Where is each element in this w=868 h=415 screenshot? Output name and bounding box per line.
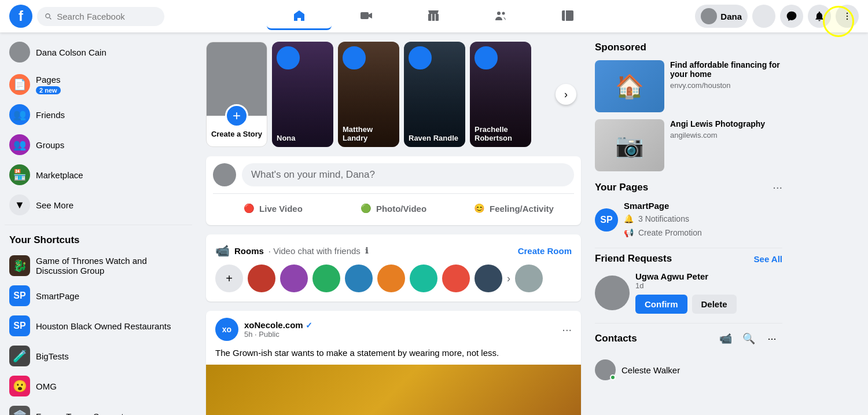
post-input-row: What's on your mind, Dana? (213, 163, 574, 186)
contact-celeste[interactable]: Celeste Walker (595, 356, 782, 384)
sidebar-item-pages[interactable]: 📄 Pages 2 new (5, 69, 192, 100)
notifications-item[interactable]: 🔔 3 Notifications (624, 213, 689, 225)
story-2-avatar (343, 46, 366, 69)
shortcut-omg-thumb: 😮 (9, 376, 30, 396)
online-indicator (610, 374, 616, 380)
ad-1[interactable]: 🏠 Find affordable financing for your hom… (595, 60, 782, 112)
news-card: xo xoNecole.com ✓ 5h · Public ··· The Gr… (206, 311, 581, 415)
friend-avatar (595, 276, 630, 310)
create-btn[interactable] (752, 5, 775, 28)
your-pages-more[interactable]: ··· (773, 181, 782, 194)
rooms-info-icon[interactable]: ℹ (365, 246, 368, 255)
svg-rect-2 (428, 14, 439, 21)
story-2[interactable]: Matthew Landry (338, 42, 399, 147)
search-box[interactable] (37, 7, 164, 26)
notifications-btn[interactable] (808, 5, 831, 28)
stories-next-btn[interactable]: › (556, 84, 576, 105)
rooms-card: 📹 Rooms · Video chat with friends ℹ Crea… (206, 234, 581, 302)
friend-request-ugwa: Ugwa Agwu Peter 1d Confirm Delete (595, 271, 782, 314)
story-3[interactable]: Raven Randle (404, 42, 465, 147)
shortcut-omg[interactable]: 😮 OMG (5, 371, 192, 401)
room-person-6 (410, 265, 437, 292)
menu-btn[interactable] (836, 5, 859, 28)
sidebar-item-marketplace[interactable]: 🏪 Marketplace (5, 160, 192, 190)
rooms-title-text: Rooms (234, 246, 264, 256)
smartpage-info: SmartPage 🔔 3 Notifications 📢 Create Pro… (624, 201, 782, 238)
sidebar-item-friends[interactable]: 👥 Friends (5, 100, 192, 130)
marketplace-icon: 🏪 (9, 164, 30, 185)
post-input[interactable]: What's on your mind, Dana? (242, 163, 574, 186)
contacts-header: Contacts 📹 🔍 ··· (595, 328, 782, 349)
user-profile-btn[interactable]: Dana (695, 5, 748, 28)
your-pages-section: Your Pages ··· SP SmartPage 🔔 3 Notifica… (595, 181, 782, 238)
sidebar-pages-info: Pages 2 new (36, 75, 61, 95)
shortcut-houston[interactable]: SP Houston Black Owned Restaurants (5, 311, 192, 341)
main-layout: Dana Colson Cain 📄 Pages 2 new 👥 Friends… (0, 0, 868, 415)
nav-groups[interactable] (468, 2, 533, 30)
nav-pages[interactable] (535, 2, 600, 30)
create-promotion-item[interactable]: 📢 Create Promotion (624, 227, 702, 238)
ad-2[interactable]: 📷 Angi Lewis Photography angilewis.com (595, 119, 782, 171)
story-4-bg: Prachelle Robertson (470, 42, 531, 147)
confirm-btn[interactable]: Confirm (635, 295, 687, 314)
groups-icon: 👥 (9, 134, 30, 155)
sidebar-divider (5, 225, 192, 225)
video-call-icon[interactable]: 📹 (715, 328, 736, 349)
contacts-more-icon[interactable]: ··· (762, 328, 782, 349)
user-avatar (701, 8, 717, 24)
sidebar-pages-label: Pages (36, 75, 61, 85)
svg-rect-0 (361, 12, 369, 19)
friend-requests-header: Friend Requests See All (595, 253, 782, 265)
news-time: 5h · Public (244, 330, 556, 339)
delete-btn[interactable]: Delete (692, 295, 737, 314)
story-4-avatar (475, 46, 498, 69)
see-all-link[interactable]: See All (754, 254, 782, 264)
notifications-count: 3 Notifications (638, 214, 689, 223)
rooms-nav-btn[interactable]: › (507, 273, 510, 285)
sidebar-user-profile[interactable]: Dana Colson Cain (5, 37, 192, 67)
messenger-btn[interactable] (780, 5, 803, 28)
shortcut-bigtests[interactable]: 🧪 BigTests (5, 341, 192, 371)
live-video-icon: 🔴 (244, 203, 255, 214)
svg-point-6 (502, 12, 505, 14)
shortcut-omg-label: OMG (36, 381, 57, 391)
pages-icon: 📄 (9, 74, 30, 95)
nav-marketplace[interactable] (401, 2, 466, 30)
shortcut-smartpage[interactable]: SP SmartPage (5, 281, 192, 311)
story-3-name: Raven Randle (409, 134, 461, 142)
ad-1-url: envy.com/houston (670, 81, 782, 90)
room-person-2 (280, 265, 308, 292)
shortcut-former-trump[interactable]: 🏛️ Former Trump Supporters (5, 401, 192, 415)
search-input[interactable] (57, 12, 157, 21)
sidebar-see-more[interactable]: ▼ See More (5, 190, 192, 220)
left-sidebar: Dana Colson Cain 📄 Pages 2 new 👥 Friends… (0, 32, 197, 415)
sponsored-title: Sponsored (595, 42, 782, 53)
facebook-logo[interactable]: f (9, 5, 32, 28)
contacts-action-icons: 📹 🔍 ··· (715, 328, 782, 349)
sidebar-user-avatar (9, 42, 30, 63)
sidebar-groups-label: Groups (36, 140, 64, 150)
search-contacts-icon[interactable]: 🔍 (738, 328, 759, 349)
shortcut-bigtests-thumb: 🧪 (9, 346, 30, 366)
room-person-7 (442, 265, 470, 292)
create-story-card[interactable]: + Create a Story (206, 42, 267, 147)
add-room-btn[interactable]: + (215, 265, 243, 292)
story-1[interactable]: Nona (272, 42, 333, 147)
friends-icon: 👥 (9, 104, 30, 125)
shortcut-got[interactable]: 🐉 Game of Thrones Watch and Discussion G… (5, 251, 192, 281)
your-pages-header: Your Pages ··· (595, 181, 782, 194)
create-room-btn[interactable]: Create Room (518, 246, 572, 256)
photo-video-btn[interactable]: 🟢 Photo/Video (333, 199, 454, 218)
live-video-btn[interactable]: 🔴 Live Video (213, 199, 333, 218)
nav-home[interactable] (267, 2, 332, 30)
sidebar-item-groups[interactable]: 👥 Groups (5, 130, 192, 160)
news-more-options[interactable]: ··· (562, 323, 572, 336)
ad-2-thumbnail: 📷 (595, 119, 664, 171)
shortcuts-title: Your Shortcuts (5, 230, 192, 251)
right-divider-2 (595, 323, 782, 324)
right-sidebar: Sponsored 🏠 Find affordable financing fo… (590, 32, 787, 415)
story-4[interactable]: Prachelle Robertson (470, 42, 531, 147)
feeling-btn[interactable]: 😊 Feeling/Activity (454, 199, 574, 218)
nav-video[interactable] (334, 2, 399, 30)
room-person-4 (345, 265, 373, 292)
